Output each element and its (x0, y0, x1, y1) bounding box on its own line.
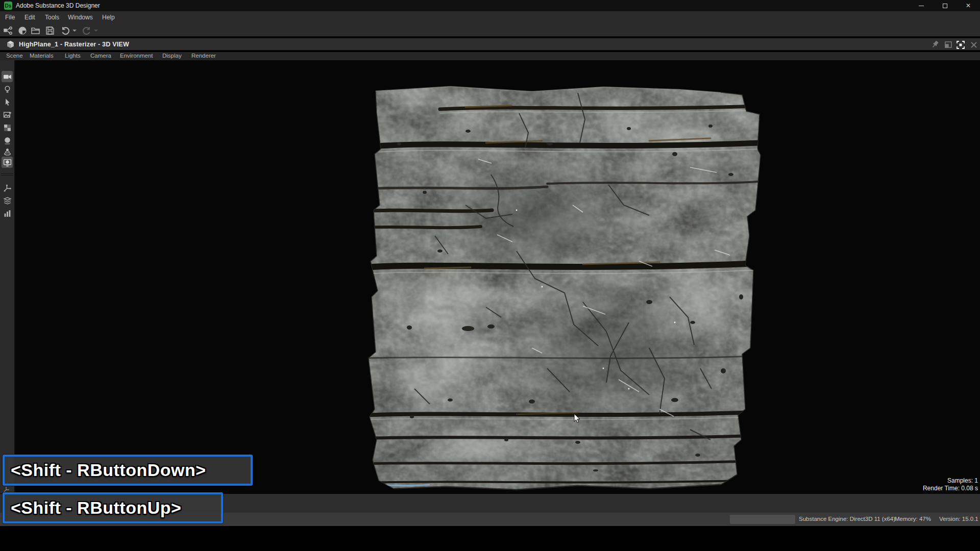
menu-edit[interactable]: Edit (24, 14, 35, 21)
cube-icon (6, 40, 15, 51)
new-package-icon[interactable] (3, 26, 13, 36)
rock-render (363, 83, 762, 491)
bottom-gizmo-icon[interactable] (3, 486, 10, 493)
open-folder-icon[interactable] (31, 26, 41, 36)
undo-icon[interactable] (60, 26, 70, 36)
save-icon[interactable] (45, 26, 55, 36)
material-sphere-icon[interactable] (2, 135, 13, 146)
viewmenu-environment[interactable]: Environment (120, 53, 153, 59)
layers-icon[interactable] (2, 195, 13, 206)
histogram-icon[interactable] (2, 208, 13, 219)
menu-windows[interactable]: Windows (68, 14, 93, 21)
tab-close-icon[interactable] (969, 40, 979, 50)
camera-icon[interactable] (2, 71, 13, 82)
pattern-icon[interactable] (2, 122, 13, 133)
viewmenu-camera[interactable]: Camera (90, 53, 111, 59)
mouse-cursor-icon (574, 413, 581, 423)
render-time-stat: Render Time: 0.08 s (923, 485, 978, 492)
light-icon[interactable] (2, 84, 13, 95)
viewmenu-display[interactable]: Display (162, 53, 182, 59)
app-window: Ds Adobe Substance 3D Designer ✕ File Ed… (0, 0, 980, 551)
minimize-button[interactable] (910, 0, 933, 11)
title-bar: Ds Adobe Substance 3D Designer ✕ (0, 0, 980, 11)
footer-area (0, 526, 980, 551)
status-progress-bar (730, 515, 795, 524)
viewmenu-lights[interactable]: Lights (65, 53, 81, 59)
menu-help[interactable]: Help (102, 14, 115, 21)
app-logo-icon: Ds (4, 2, 12, 10)
render-stats: Samples: 1 Render Time: 0.08 s (923, 477, 978, 492)
input-overlay-shift-rbuttondown: <Shift - RButtonDown> (3, 455, 253, 486)
input-overlay-shift-rbuttonup: <Shift - RButtonUp> (3, 492, 223, 523)
viewmenu-scene[interactable]: Scene (6, 53, 23, 59)
viewport-3d[interactable]: Samples: 1 Render Time: 0.08 s (15, 60, 980, 493)
render-settings-icon[interactable] (2, 157, 13, 168)
database-sphere-icon[interactable] (17, 26, 28, 36)
engine-status: Substance Engine: Direct3D 11 (x64) (799, 516, 895, 522)
maximize-button[interactable] (933, 0, 957, 11)
version-status: Version: 15.0.1 (939, 516, 978, 522)
maximize-icon (943, 4, 947, 8)
axes-gizmo-icon[interactable] (2, 182, 13, 193)
redo-icon[interactable] (82, 26, 92, 36)
viewmenu-renderer[interactable]: Renderer (191, 53, 216, 59)
float-window-icon[interactable] (943, 40, 953, 50)
view-tab-title[interactable]: HighPlane_1 - Rasterizer - 3D VIEW (19, 41, 129, 48)
main-toolbar (0, 23, 980, 37)
focus-icon[interactable] (955, 40, 966, 50)
left-tool-strip (0, 60, 15, 493)
minimize-icon (919, 6, 924, 6)
memory-status: Memory: 47% (895, 516, 931, 522)
window-title: Adobe Substance 3D Designer (16, 2, 100, 9)
viewmenu-materials[interactable]: Materials (30, 53, 54, 59)
close-icon: ✕ (966, 2, 971, 9)
menu-tools[interactable]: Tools (45, 14, 59, 21)
view-tab-bar: HighPlane_1 - Rasterizer - 3D VIEW (0, 38, 980, 51)
menu-bar: File Edit Tools Windows Help (0, 11, 980, 23)
samples-stat: Samples: 1 (923, 477, 978, 485)
view-menu-bar: Scene Materials Lights Camera Environmen… (0, 52, 980, 60)
menu-file[interactable]: File (5, 14, 15, 21)
close-button[interactable]: ✕ (957, 0, 980, 11)
texture-icon[interactable] (2, 109, 13, 120)
turntable-icon[interactable] (2, 146, 13, 157)
redo-dropdown-icon[interactable] (94, 30, 98, 32)
toolstrip-divider (1, 173, 13, 174)
pointer-icon[interactable] (2, 96, 13, 108)
pin-icon[interactable] (930, 40, 940, 50)
undo-dropdown-icon[interactable] (72, 30, 77, 32)
